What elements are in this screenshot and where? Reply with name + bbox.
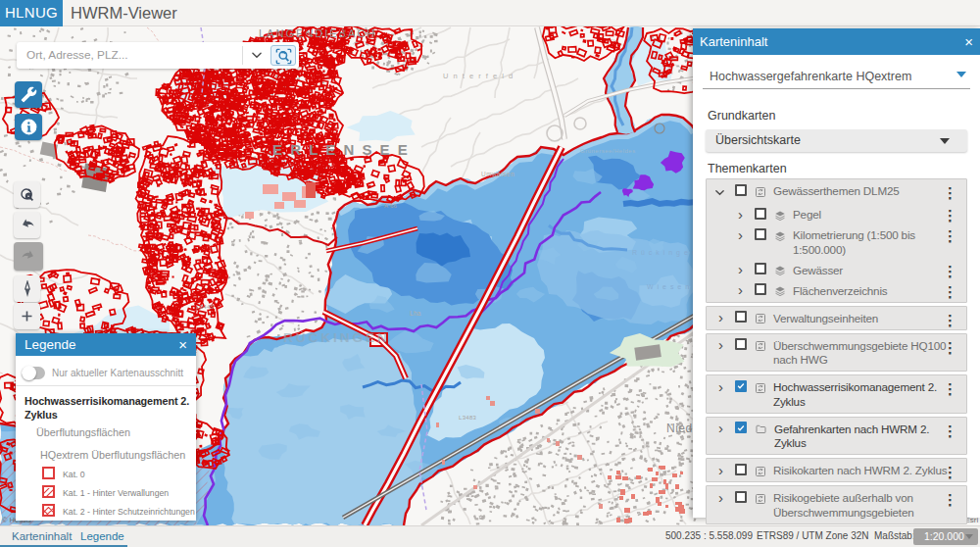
svg-text:R ü c k i n g e r: R ü c k i n g e r xyxy=(632,249,695,257)
svg-text:E R L E N S E E: E R L E N S E E xyxy=(272,141,410,158)
svg-text:L3445: L3445 xyxy=(196,304,215,310)
svg-text:L3483: L3483 xyxy=(459,415,477,421)
svg-text:A 66: A 66 xyxy=(384,203,398,209)
svg-text:Lha: Lha xyxy=(410,310,421,317)
svg-text:W i e s e n: W i e s e n xyxy=(647,283,690,290)
svg-text:U n t e r f e l d: U n t e r f e l d xyxy=(443,72,514,80)
svg-text:LANGENDIEBACH: LANGENDIEBACH xyxy=(259,27,376,39)
svg-text:Nied: Nied xyxy=(666,422,693,435)
svg-text:Grünersee/Heldes: Grünersee/Heldes xyxy=(580,148,636,154)
svg-text:RÜCKINGEN: RÜCKINGEN xyxy=(283,330,390,345)
svg-text:Umweisen: Umweisen xyxy=(481,171,514,177)
